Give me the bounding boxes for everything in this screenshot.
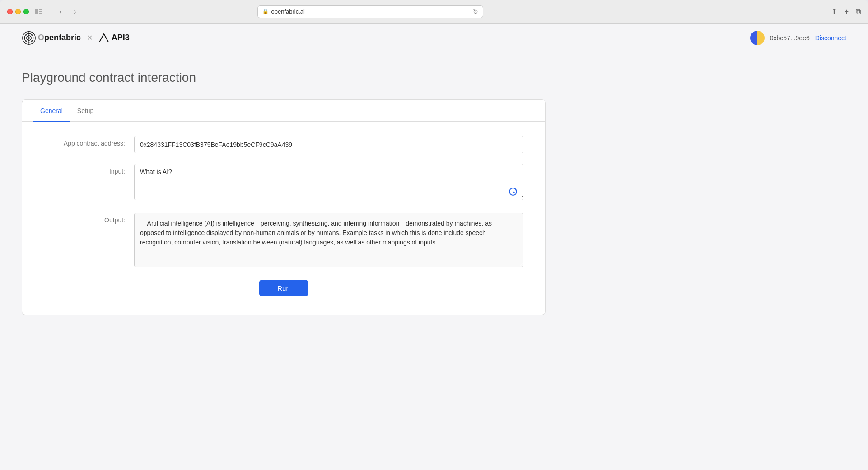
minimize-button[interactable]	[15, 9, 21, 14]
reload-icon[interactable]: ↻	[473, 8, 478, 15]
address-bar[interactable]: 🔒 openfabric.ai ↻	[257, 5, 483, 18]
navbar-right: 0xbc57...9ee6 Disconnect	[750, 31, 846, 45]
openfabric-logo-icon	[22, 31, 36, 45]
disconnect-button[interactable]: Disconnect	[815, 34, 846, 42]
tabs: General Setup	[22, 100, 545, 122]
input-textarea[interactable]: What is AI?	[134, 164, 523, 200]
output-label: Output:	[44, 213, 134, 224]
api3-logo-icon	[99, 33, 109, 42]
tabs-icon[interactable]: ⧉	[856, 8, 861, 16]
output-row: Output: Artificial intelligence (AI) is …	[44, 213, 523, 269]
url-text: openfabric.ai	[271, 8, 305, 15]
sidebar-toggle-icon[interactable]	[33, 5, 45, 18]
contract-address-control	[134, 136, 523, 153]
run-button[interactable]: Run	[259, 280, 308, 296]
api3-text: API3	[112, 33, 130, 42]
svg-rect-3	[39, 13, 42, 14]
refresh-input-button[interactable]	[507, 186, 519, 197]
traffic-lights	[7, 9, 29, 14]
contract-address-row: App contract address:	[44, 136, 523, 153]
input-control: What is AI?	[134, 164, 523, 202]
lock-icon: 🔒	[262, 9, 269, 14]
svg-rect-0	[35, 9, 38, 14]
main-content: Playground contract interaction General …	[0, 52, 868, 333]
tab-general[interactable]: General	[33, 100, 70, 122]
browser-actions: ⬆ + ⧉	[831, 7, 861, 16]
tab-setup[interactable]: Setup	[70, 100, 101, 122]
run-row: Run	[44, 280, 523, 296]
back-button[interactable]: ‹	[54, 5, 67, 18]
contract-address-input[interactable]	[134, 136, 523, 153]
api3-brand: API3	[99, 33, 130, 42]
form-body: App contract address: Input: What is AI?	[22, 122, 545, 315]
page-title: Playground contract interaction	[22, 70, 846, 85]
output-control: Artificial intelligence (AI) is intellig…	[134, 213, 523, 269]
input-wrapper: What is AI?	[134, 164, 523, 202]
new-tab-icon[interactable]: +	[845, 8, 849, 16]
close-button[interactable]	[7, 9, 13, 14]
navbar: Openfabric × API3 0xbc57...9ee6 Disconne…	[0, 24, 868, 52]
wallet-address: 0xbc57...9ee6	[770, 34, 810, 42]
brand-separator: ×	[87, 33, 93, 43]
svg-rect-2	[39, 11, 42, 12]
forward-button[interactable]: ›	[69, 5, 81, 18]
wallet-avatar	[750, 31, 765, 45]
svg-marker-12	[99, 34, 108, 42]
share-icon[interactable]: ⬆	[831, 7, 837, 16]
maximize-button[interactable]	[23, 9, 29, 14]
main-card: General Setup App contract address: Inpu…	[22, 99, 546, 315]
contract-address-label: App contract address:	[44, 136, 134, 147]
browser-chrome: ‹ › 🔒 openfabric.ai ↻ ⬆ + ⧉	[0, 0, 868, 24]
input-label: Input:	[44, 164, 134, 175]
openfabric-logo: Openfabric	[22, 31, 81, 45]
page: Openfabric × API3 0xbc57...9ee6 Disconne…	[0, 24, 868, 470]
output-textarea[interactable]: Artificial intelligence (AI) is intellig…	[134, 213, 523, 267]
svg-rect-1	[39, 9, 42, 10]
brand: Openfabric × API3	[22, 31, 130, 45]
input-row: Input: What is AI?	[44, 164, 523, 202]
browser-navigation: ‹ ›	[54, 5, 81, 18]
openfabric-text: Openfabric	[38, 33, 81, 42]
